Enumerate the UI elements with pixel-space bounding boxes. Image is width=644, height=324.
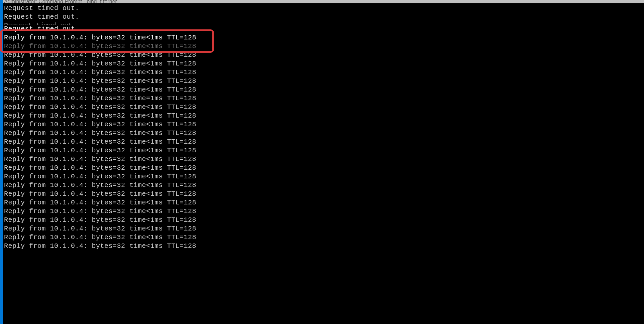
terminal-line: Reply from 10.1.0.4: bytes=32 time<1ms T… xyxy=(4,207,643,216)
terminal-line: Reply from 10.1.0.4: bytes=32 time<1ms T… xyxy=(4,68,643,77)
terminal-line: Reply from 10.1.0.4: bytes=32 time<1ms T… xyxy=(4,86,643,94)
terminal-line: Request timed out. xyxy=(4,25,643,33)
window-title: Administrator: Command Prompt - ping -t … xyxy=(4,0,117,3)
terminal-line: Reply from 10.1.0.4: bytes=32 time<1ms T… xyxy=(4,164,643,172)
terminal-line: Reply from 10.1.0.4: bytes=32 time<1ms T… xyxy=(4,224,643,233)
terminal-line: Reply from 10.1.0.4: bytes=32 time<1ms T… xyxy=(4,190,643,198)
terminal-line: Reply from 10.1.0.4: bytes=32 time<1ms T… xyxy=(4,181,643,190)
terminal-line: Reply from 10.1.0.4: bytes=32 time<1ms T… xyxy=(4,112,643,120)
terminal-line: Reply from 10.1.0.4: bytes=32 time<1ms T… xyxy=(4,51,643,59)
terminal-line: Request timed out. xyxy=(4,4,643,13)
terminal-line: Reply from 10.1.0.4: bytes=32 time<1ms T… xyxy=(4,146,643,155)
terminal-line: Reply from 10.1.0.4: bytes=32 time<1ms T… xyxy=(4,242,643,251)
terminal-line: Request timed out. xyxy=(4,21,643,25)
terminal-line: Reply from 10.1.0.4: bytes=32 time<1ms T… xyxy=(4,138,643,146)
terminal-line: Reply from 10.1.0.4: bytes=32 time<1ms T… xyxy=(4,33,643,42)
terminal-line: Reply from 10.1.0.4: bytes=32 time<1ms T… xyxy=(4,129,643,138)
terminal-line: Reply from 10.1.0.4: bytes=32 time<1ms T… xyxy=(4,172,643,181)
terminal-line: Reply from 10.1.0.4: bytes=32 time<1ms T… xyxy=(4,42,643,51)
terminal-line: Reply from 10.1.0.4: bytes=32 time<1ms T… xyxy=(4,77,643,86)
terminal-line: Reply from 10.1.0.4: bytes=32 time<1ms T… xyxy=(4,120,643,129)
terminal-line: Request timed out. xyxy=(4,13,643,21)
terminal-line: Reply from 10.1.0.4: bytes=32 time=1ms T… xyxy=(4,94,643,103)
terminal-line: Reply from 10.1.0.4: bytes=32 time<1ms T… xyxy=(4,155,643,164)
terminal-line: Reply from 10.1.0.4: bytes=32 time<1ms T… xyxy=(4,59,643,68)
terminal-line: Reply from 10.1.0.4: bytes=32 time<1ms T… xyxy=(4,216,643,224)
window-title-bar[interactable]: Administrator: Command Prompt - ping -t … xyxy=(3,0,644,3)
terminal-line: Reply from 10.1.0.4: bytes=32 time<1ms T… xyxy=(4,233,643,242)
terminal-line: Reply from 10.1.0.4: bytes=32 time<1ms T… xyxy=(4,103,643,112)
terminal-output[interactable]: Request timed out.Request timed out.Requ… xyxy=(3,3,644,251)
terminal-line: Reply from 10.1.0.4: bytes=32 time<1ms T… xyxy=(4,198,643,207)
